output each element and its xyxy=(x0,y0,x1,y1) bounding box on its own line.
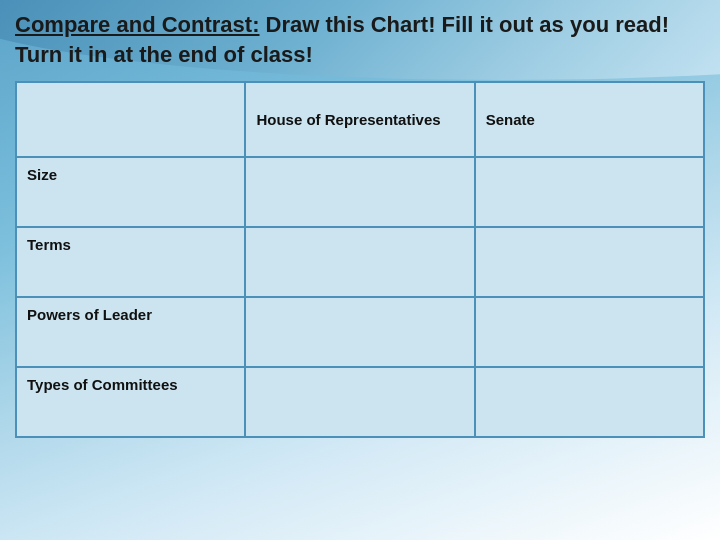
table-wrapper: House of Representatives Senate Size Ter… xyxy=(15,81,705,438)
row-label-size: Size xyxy=(16,157,245,227)
cell-size-senate[interactable] xyxy=(475,157,704,227)
corner-cell xyxy=(16,82,245,157)
cell-committees-senate[interactable] xyxy=(475,367,704,437)
page-title: Compare and Contrast: Draw this Chart! F… xyxy=(15,10,705,69)
table-row-powers: Powers of Leader xyxy=(16,297,704,367)
table-row-committees: Types of Committees xyxy=(16,367,704,437)
cell-committees-house[interactable] xyxy=(245,367,474,437)
cell-terms-house[interactable] xyxy=(245,227,474,297)
table-row-terms: Terms xyxy=(16,227,704,297)
main-content: Compare and Contrast: Draw this Chart! F… xyxy=(0,0,720,448)
row-label-terms: Terms xyxy=(16,227,245,297)
compare-contrast-table: House of Representatives Senate Size Ter… xyxy=(15,81,705,438)
cell-size-house[interactable] xyxy=(245,157,474,227)
table-header-row: House of Representatives Senate xyxy=(16,82,704,157)
cell-terms-senate[interactable] xyxy=(475,227,704,297)
house-header: House of Representatives xyxy=(245,82,474,157)
cell-powers-house[interactable] xyxy=(245,297,474,367)
cell-powers-senate[interactable] xyxy=(475,297,704,367)
table-row-size: Size xyxy=(16,157,704,227)
row-label-committees: Types of Committees xyxy=(16,367,245,437)
title-underlined: Compare and Contrast: xyxy=(15,12,259,37)
senate-header: Senate xyxy=(475,82,704,157)
row-label-powers: Powers of Leader xyxy=(16,297,245,367)
